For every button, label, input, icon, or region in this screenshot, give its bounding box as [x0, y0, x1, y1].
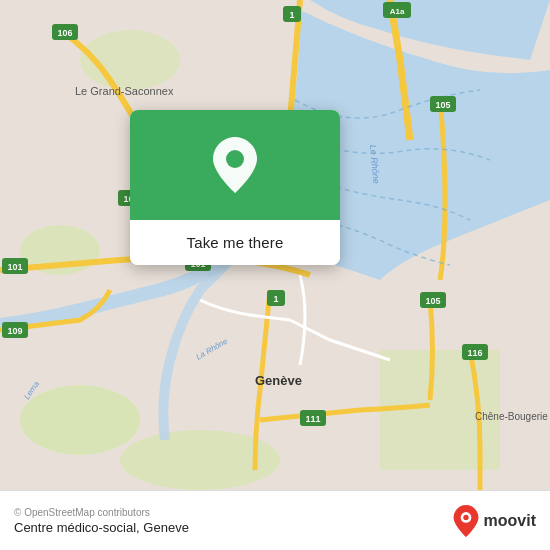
svg-point-1 [20, 385, 140, 455]
svg-text:1: 1 [289, 10, 294, 20]
svg-text:116: 116 [467, 348, 482, 358]
svg-text:101: 101 [7, 262, 22, 272]
svg-text:Genève: Genève [255, 373, 302, 388]
svg-text:105: 105 [435, 100, 450, 110]
svg-text:Le Grand-Saconnex: Le Grand-Saconnex [75, 85, 174, 97]
take-me-there-button[interactable]: Take me there [130, 220, 340, 265]
bottom-bar: © OpenStreetMap contributors Centre médi… [0, 490, 550, 550]
popup-green-area [130, 110, 340, 220]
svg-text:1: 1 [273, 294, 278, 304]
moovit-icon [452, 505, 480, 537]
location-pin-icon [213, 137, 257, 193]
svg-text:Chêne-Bougerie: Chêne-Bougerie [475, 411, 548, 422]
attribution-text: © OpenStreetMap contributors [14, 507, 189, 518]
svg-text:106: 106 [57, 28, 72, 38]
moovit-text: moovit [484, 512, 536, 530]
svg-point-38 [463, 514, 468, 519]
svg-text:105: 105 [425, 296, 440, 306]
map-container: 106 106 101 101 109 1 1 105 105 111 116 [0, 0, 550, 490]
svg-text:111: 111 [305, 414, 320, 424]
location-name: Centre médico-social, Geneve [14, 520, 189, 535]
svg-text:A1a: A1a [390, 7, 405, 16]
svg-text:109: 109 [7, 326, 22, 336]
moovit-logo[interactable]: moovit [452, 505, 536, 537]
bottom-info: © OpenStreetMap contributors Centre médi… [14, 507, 189, 535]
popup-card: Take me there [130, 110, 340, 265]
svg-point-36 [226, 150, 244, 168]
